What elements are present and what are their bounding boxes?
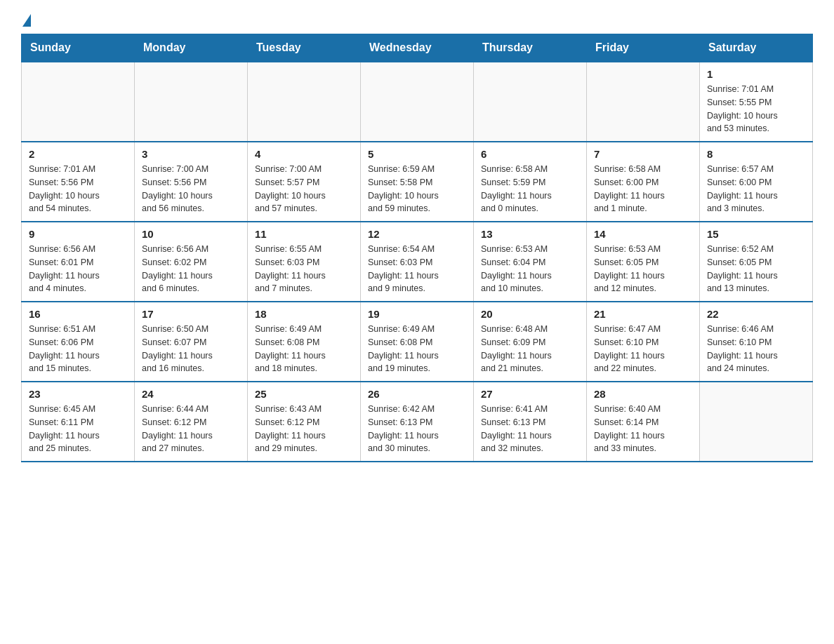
day-number: 20 — [481, 308, 579, 320]
calendar-day-cell: 10Sunrise: 6:56 AM Sunset: 6:02 PM Dayli… — [135, 222, 248, 302]
calendar-day-header: Monday — [135, 34, 248, 62]
day-info: Sunrise: 6:48 AM Sunset: 6:09 PM Dayligh… — [481, 323, 579, 375]
calendar-week-row: 2Sunrise: 7:01 AM Sunset: 5:56 PM Daylig… — [22, 142, 813, 222]
calendar-week-row: 9Sunrise: 6:56 AM Sunset: 6:01 PM Daylig… — [22, 222, 813, 302]
calendar-day-cell: 4Sunrise: 7:00 AM Sunset: 5:57 PM Daylig… — [248, 142, 361, 222]
day-number: 3 — [142, 148, 240, 160]
calendar-day-cell: 15Sunrise: 6:52 AM Sunset: 6:05 PM Dayli… — [700, 222, 813, 302]
day-info: Sunrise: 6:49 AM Sunset: 6:08 PM Dayligh… — [255, 323, 353, 375]
day-info: Sunrise: 6:58 AM Sunset: 5:59 PM Dayligh… — [481, 163, 579, 215]
day-info: Sunrise: 6:53 AM Sunset: 6:05 PM Dayligh… — [594, 243, 692, 295]
day-number: 8 — [707, 148, 805, 160]
day-info: Sunrise: 6:47 AM Sunset: 6:10 PM Dayligh… — [594, 323, 692, 375]
day-info: Sunrise: 7:00 AM Sunset: 5:57 PM Dayligh… — [255, 163, 353, 215]
day-number: 23 — [29, 388, 127, 400]
calendar-day-cell: 26Sunrise: 6:42 AM Sunset: 6:13 PM Dayli… — [361, 382, 474, 462]
calendar-day-cell: 24Sunrise: 6:44 AM Sunset: 6:12 PM Dayli… — [135, 382, 248, 462]
day-info: Sunrise: 6:56 AM Sunset: 6:02 PM Dayligh… — [142, 243, 240, 295]
logo — [21, 14, 31, 27]
day-number: 24 — [142, 388, 240, 400]
calendar-day-cell: 23Sunrise: 6:45 AM Sunset: 6:11 PM Dayli… — [22, 382, 135, 462]
calendar-day-cell — [135, 62, 248, 142]
calendar-day-cell: 6Sunrise: 6:58 AM Sunset: 5:59 PM Daylig… — [474, 142, 587, 222]
calendar-week-row: 1Sunrise: 7:01 AM Sunset: 5:55 PM Daylig… — [22, 62, 813, 142]
calendar-day-cell: 11Sunrise: 6:55 AM Sunset: 6:03 PM Dayli… — [248, 222, 361, 302]
day-number: 27 — [481, 388, 579, 400]
day-info: Sunrise: 7:01 AM Sunset: 5:56 PM Dayligh… — [29, 163, 127, 215]
calendar-day-cell: 9Sunrise: 6:56 AM Sunset: 6:01 PM Daylig… — [22, 222, 135, 302]
calendar-day-cell: 1Sunrise: 7:01 AM Sunset: 5:55 PM Daylig… — [700, 62, 813, 142]
day-info: Sunrise: 6:55 AM Sunset: 6:03 PM Dayligh… — [255, 243, 353, 295]
calendar-day-cell: 19Sunrise: 6:49 AM Sunset: 6:08 PM Dayli… — [361, 302, 474, 382]
calendar-day-cell: 22Sunrise: 6:46 AM Sunset: 6:10 PM Dayli… — [700, 302, 813, 382]
day-info: Sunrise: 6:45 AM Sunset: 6:11 PM Dayligh… — [29, 403, 127, 455]
logo-triangle-icon — [22, 14, 31, 27]
day-number: 4 — [255, 148, 353, 160]
calendar-day-cell: 7Sunrise: 6:58 AM Sunset: 6:00 PM Daylig… — [587, 142, 700, 222]
calendar-week-row: 23Sunrise: 6:45 AM Sunset: 6:11 PM Dayli… — [22, 382, 813, 462]
day-info: Sunrise: 6:50 AM Sunset: 6:07 PM Dayligh… — [142, 323, 240, 375]
day-number: 18 — [255, 308, 353, 320]
day-number: 26 — [368, 388, 466, 400]
calendar-day-cell: 28Sunrise: 6:40 AM Sunset: 6:14 PM Dayli… — [587, 382, 700, 462]
calendar-day-header: Tuesday — [248, 34, 361, 62]
day-info: Sunrise: 6:44 AM Sunset: 6:12 PM Dayligh… — [142, 403, 240, 455]
calendar-day-cell: 5Sunrise: 6:59 AM Sunset: 5:58 PM Daylig… — [361, 142, 474, 222]
calendar-day-cell — [361, 62, 474, 142]
day-number: 6 — [481, 148, 579, 160]
calendar-table: SundayMondayTuesdayWednesdayThursdayFrid… — [21, 34, 813, 462]
calendar-day-cell: 13Sunrise: 6:53 AM Sunset: 6:04 PM Dayli… — [474, 222, 587, 302]
day-info: Sunrise: 6:52 AM Sunset: 6:05 PM Dayligh… — [707, 243, 805, 295]
day-info: Sunrise: 6:43 AM Sunset: 6:12 PM Dayligh… — [255, 403, 353, 455]
day-number: 17 — [142, 308, 240, 320]
day-info: Sunrise: 6:41 AM Sunset: 6:13 PM Dayligh… — [481, 403, 579, 455]
calendar-day-cell: 16Sunrise: 6:51 AM Sunset: 6:06 PM Dayli… — [22, 302, 135, 382]
day-number: 2 — [29, 148, 127, 160]
day-number: 1 — [707, 68, 805, 80]
calendar-day-cell: 12Sunrise: 6:54 AM Sunset: 6:03 PM Dayli… — [361, 222, 474, 302]
calendar-day-header: Sunday — [22, 34, 135, 62]
calendar-day-header: Wednesday — [361, 34, 474, 62]
day-number: 5 — [368, 148, 466, 160]
day-number: 16 — [29, 308, 127, 320]
day-number: 12 — [368, 228, 466, 240]
day-info: Sunrise: 6:56 AM Sunset: 6:01 PM Dayligh… — [29, 243, 127, 295]
day-info: Sunrise: 6:40 AM Sunset: 6:14 PM Dayligh… — [594, 403, 692, 455]
calendar-day-cell: 21Sunrise: 6:47 AM Sunset: 6:10 PM Dayli… — [587, 302, 700, 382]
calendar-week-row: 16Sunrise: 6:51 AM Sunset: 6:06 PM Dayli… — [22, 302, 813, 382]
day-info: Sunrise: 6:57 AM Sunset: 6:00 PM Dayligh… — [707, 163, 805, 215]
day-info: Sunrise: 6:49 AM Sunset: 6:08 PM Dayligh… — [368, 323, 466, 375]
calendar-day-header: Friday — [587, 34, 700, 62]
day-info: Sunrise: 6:53 AM Sunset: 6:04 PM Dayligh… — [481, 243, 579, 295]
day-number: 11 — [255, 228, 353, 240]
day-number: 9 — [29, 228, 127, 240]
calendar-day-cell — [248, 62, 361, 142]
day-info: Sunrise: 6:46 AM Sunset: 6:10 PM Dayligh… — [707, 323, 805, 375]
calendar-day-cell: 3Sunrise: 7:00 AM Sunset: 5:56 PM Daylig… — [135, 142, 248, 222]
day-info: Sunrise: 6:59 AM Sunset: 5:58 PM Dayligh… — [368, 163, 466, 215]
calendar-day-cell — [474, 62, 587, 142]
day-number: 13 — [481, 228, 579, 240]
calendar-day-cell — [587, 62, 700, 142]
day-number: 14 — [594, 228, 692, 240]
day-info: Sunrise: 7:00 AM Sunset: 5:56 PM Dayligh… — [142, 163, 240, 215]
day-info: Sunrise: 6:54 AM Sunset: 6:03 PM Dayligh… — [368, 243, 466, 295]
day-number: 22 — [707, 308, 805, 320]
day-number: 25 — [255, 388, 353, 400]
page-header — [21, 14, 813, 27]
calendar-day-cell — [700, 382, 813, 462]
day-info: Sunrise: 7:01 AM Sunset: 5:55 PM Dayligh… — [707, 83, 805, 135]
day-info: Sunrise: 6:42 AM Sunset: 6:13 PM Dayligh… — [368, 403, 466, 455]
day-number: 7 — [594, 148, 692, 160]
calendar-day-cell: 8Sunrise: 6:57 AM Sunset: 6:00 PM Daylig… — [700, 142, 813, 222]
day-number: 15 — [707, 228, 805, 240]
calendar-day-cell: 20Sunrise: 6:48 AM Sunset: 6:09 PM Dayli… — [474, 302, 587, 382]
calendar-day-header: Thursday — [474, 34, 587, 62]
calendar-day-cell: 14Sunrise: 6:53 AM Sunset: 6:05 PM Dayli… — [587, 222, 700, 302]
calendar-day-cell: 18Sunrise: 6:49 AM Sunset: 6:08 PM Dayli… — [248, 302, 361, 382]
day-number: 28 — [594, 388, 692, 400]
calendar-day-cell: 27Sunrise: 6:41 AM Sunset: 6:13 PM Dayli… — [474, 382, 587, 462]
calendar-day-cell — [22, 62, 135, 142]
day-info: Sunrise: 6:58 AM Sunset: 6:00 PM Dayligh… — [594, 163, 692, 215]
calendar-day-cell: 17Sunrise: 6:50 AM Sunset: 6:07 PM Dayli… — [135, 302, 248, 382]
